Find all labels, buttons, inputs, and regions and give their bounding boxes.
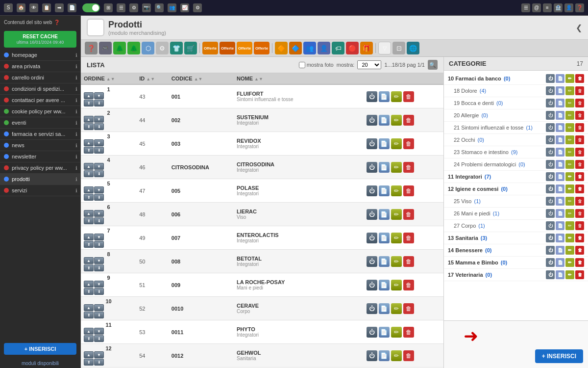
arrow-bottom-btn[interactable]: ⬇ [94, 123, 104, 130]
edit-btn[interactable]: ✏ [391, 185, 402, 196]
arrow-down-btn[interactable]: ▼ [94, 328, 104, 335]
doc-btn[interactable]: 📄 [379, 138, 390, 149]
toolbar-red1-btn[interactable]: 🔴 [346, 42, 359, 54]
sidebar-item-prodotti[interactable]: prodotti ℹ [0, 174, 80, 185]
delete-btn[interactable]: 🗑 [403, 115, 414, 126]
arrow-down-btn[interactable]: ▼ [94, 210, 104, 217]
doc-btn[interactable]: 📄 [379, 280, 390, 290]
arrow-bottom-btn[interactable]: ⬇ [94, 170, 104, 177]
delete-btn[interactable]: 🗑 [403, 185, 414, 196]
cat-power-btn[interactable]: ⏻ [546, 123, 555, 132]
toolbar-user-btn[interactable]: 👤 [318, 42, 330, 54]
power-btn[interactable]: ⏻ [367, 327, 377, 338]
power-btn[interactable]: ⏻ [367, 280, 377, 290]
info-icon[interactable]: ℹ [75, 64, 77, 69]
delete-btn[interactable]: 🗑 [403, 91, 414, 102]
cat-doc-btn[interactable]: 📄 [556, 99, 564, 107]
cat-edit-btn[interactable]: ✏ [565, 184, 574, 193]
info-icon[interactable]: ℹ [75, 165, 77, 171]
arrow-down-btn[interactable]: ▼ [94, 257, 104, 264]
arrow-bottom-btn[interactable]: ⬇ [94, 264, 104, 271]
cat-del-btn[interactable]: 🗑 [575, 160, 584, 169]
cat-edit-btn[interactable]: ✏ [565, 246, 574, 255]
arrow-bottom-btn[interactable]: ⬇ [94, 194, 104, 201]
arrow-down-btn[interactable]: ▼ [94, 281, 104, 288]
arrow-top-btn[interactable]: ⬆ [84, 194, 94, 201]
delete-btn[interactable]: 🗑 [403, 209, 414, 220]
delete-btn[interactable]: 🗑 [403, 256, 414, 267]
power-btn[interactable]: ⏻ [367, 115, 377, 126]
toolbar-grid-btn[interactable]: ⊡ [392, 42, 405, 54]
power-btn[interactable]: ⏻ [367, 256, 377, 267]
arrow-top-btn[interactable]: ⬆ [84, 335, 94, 342]
cat-power-btn[interactable]: ⏻ [546, 221, 555, 230]
power-btn[interactable]: ⏻ [367, 91, 377, 102]
cat-del-btn[interactable]: 🗑 [575, 111, 584, 120]
cat-power-btn[interactable]: ⏻ [546, 184, 555, 193]
power-btn[interactable]: ⏻ [367, 209, 377, 220]
cat-power-btn[interactable]: ⏻ [546, 135, 555, 144]
cat-edit-btn[interactable]: ✏ [565, 135, 574, 144]
topbar-search-icon[interactable]: 🔍 [155, 3, 164, 12]
cat-edit-btn[interactable]: ✏ [565, 123, 574, 132]
arrow-bottom-btn[interactable]: ⬇ [94, 100, 104, 106]
cat-del-btn[interactable]: 🗑 [575, 99, 584, 107]
arrow-up-btn[interactable]: ▲ [84, 186, 94, 193]
arrow-bottom-btn[interactable]: ⬇ [94, 147, 104, 154]
topbar-logo[interactable]: S [4, 3, 13, 12]
arrow-top-btn[interactable]: ⬆ [84, 100, 94, 106]
cat-del-btn[interactable]: 🗑 [575, 86, 584, 95]
doc-btn[interactable]: 📄 [379, 303, 390, 314]
cat-del-btn[interactable]: 🗑 [575, 234, 584, 242]
info-icon[interactable]: ℹ [75, 143, 77, 148]
cat-power-btn[interactable]: ⏻ [546, 258, 555, 267]
arrow-up-btn[interactable]: ▲ [84, 351, 94, 358]
power-btn[interactable]: ⏻ [367, 138, 377, 149]
sidebar-item-newsletter[interactable]: newsletter ℹ [0, 151, 80, 162]
arrow-up-btn[interactable]: ▲ [84, 304, 94, 311]
sidebar-item-news[interactable]: news ℹ [0, 140, 80, 151]
cat-doc-btn[interactable]: 📄 [556, 172, 564, 181]
arrow-up-btn[interactable]: ▲ [84, 281, 94, 288]
arrow-down-btn[interactable]: ▼ [94, 186, 104, 193]
toolbar-filter-btn[interactable]: ▽ [378, 42, 391, 54]
arrow-up-btn[interactable]: ▲ [84, 139, 94, 146]
cat-del-btn[interactable]: 🗑 [575, 197, 584, 206]
arrow-top-btn[interactable]: ⬆ [84, 359, 94, 366]
topbar-doc-icon[interactable]: 📄 [68, 3, 76, 12]
toolbar-users-btn[interactable]: 👥 [303, 42, 316, 54]
edit-btn[interactable]: ✏ [391, 115, 402, 126]
delete-btn[interactable]: 🗑 [403, 233, 414, 243]
sidebar-item-carrello[interactable]: carrello ordini ℹ [0, 72, 80, 83]
toolbar-gift-btn[interactable]: 🎁 [360, 42, 373, 54]
sidebar-help-icon[interactable]: ❓ [54, 20, 60, 25]
arrow-top-btn[interactable]: ⬆ [84, 217, 94, 224]
sidebar-item-area-privata[interactable]: area privata ℹ [0, 61, 80, 72]
edit-btn[interactable]: ✏ [391, 233, 402, 243]
collapse-sidebar-button[interactable]: ❮ [576, 23, 582, 32]
cat-doc-btn[interactable]: 📄 [556, 148, 564, 157]
cat-edit-btn[interactable]: ✏ [565, 172, 574, 181]
doc-btn[interactable]: 📄 [379, 209, 390, 220]
arrow-up-btn[interactable]: ▲ [84, 92, 94, 99]
doc-btn[interactable]: 📄 [379, 91, 390, 102]
sidebar-item-servizi[interactable]: servizi ℹ [0, 185, 80, 196]
topbar-eye-icon[interactable]: 👁 [29, 3, 38, 12]
delete-btn[interactable]: 🗑 [403, 303, 414, 314]
cat-doc-btn[interactable]: 📄 [556, 111, 564, 120]
toolbar-offerte1-btn[interactable]: Offerte [202, 42, 218, 54]
topbar-photo-icon[interactable]: 📷 [142, 3, 151, 12]
cat-edit-btn[interactable]: ✏ [565, 270, 574, 279]
toolbar-gear-btn[interactable]: ⚙ [156, 42, 169, 54]
cat-insert-button[interactable]: + INSERISCI [535, 349, 583, 363]
topbar-people-icon[interactable]: 👥 [168, 3, 176, 12]
edit-btn[interactable]: ✏ [391, 162, 402, 173]
cat-doc-btn[interactable]: 📄 [556, 270, 564, 279]
cat-doc-btn[interactable]: 📄 [556, 123, 564, 132]
info-icon[interactable]: ℹ [75, 188, 77, 193]
arrow-top-btn[interactable]: ⬆ [84, 312, 94, 318]
cat-edit-btn[interactable]: ✏ [565, 74, 574, 83]
toolbar-shirt-btn[interactable]: 👕 [170, 42, 183, 54]
cat-del-btn[interactable]: 🗑 [575, 172, 584, 181]
arrow-down-btn[interactable]: ▼ [94, 234, 104, 240]
